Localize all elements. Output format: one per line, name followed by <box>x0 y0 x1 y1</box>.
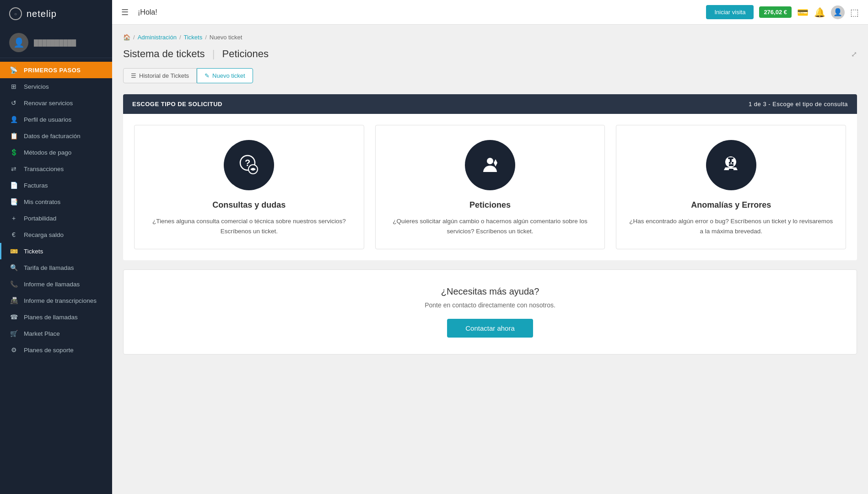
sidebar-item-market-place[interactable]: 🛒Market Place <box>0 325 112 342</box>
logout-icon[interactable]: ⬚ <box>850 7 859 18</box>
page-header: Sistema de tickets | Peticiones ⤢ <box>123 48 857 60</box>
bell-icon[interactable]: 🔔 <box>814 7 825 18</box>
nav-label: Facturas <box>24 182 48 189</box>
topbar: ☰ ¡Hola! Iniciar visita 276,02 € 💳 🔔 👤 ⬚… <box>112 0 868 25</box>
help-section: ¿Necesitas más ayuda? Ponte en contacto … <box>123 269 857 354</box>
logo-text: netelip <box>27 9 57 19</box>
svg-rect-10 <box>729 169 733 172</box>
contact-button[interactable]: Contactar ahora <box>447 319 533 338</box>
home-icon[interactable]: 🏠 <box>123 34 130 41</box>
sidebar-item-facturas[interactable]: 📄Facturas <box>0 177 112 193</box>
nav-label: Tickets <box>24 248 43 255</box>
card-icon[interactable]: 💳 <box>797 7 809 18</box>
svg-rect-9 <box>729 164 733 166</box>
nav-label: PRIMEROS PASOS <box>24 67 81 74</box>
avatar: 👤 <box>9 33 28 52</box>
greeting: ¡Hola! <box>138 8 699 16</box>
nav-icon: 👤 <box>9 116 18 123</box>
svg-rect-5 <box>728 157 733 159</box>
nav-icon: 📋 <box>9 132 18 140</box>
sidebar-item-perfil-de-usuarios[interactable]: 👤Perfil de usuarios <box>0 111 112 128</box>
nav-label: Planes de llamadas <box>24 314 78 321</box>
sidebar-item-planes-de-soporte[interactable]: ⚙Planes de soporte <box>0 342 112 358</box>
iniciar-visita-button[interactable]: Iniciar visita <box>706 5 754 19</box>
breadcrumb-admin[interactable]: Administración <box>138 34 177 41</box>
nav-icon: ⊞ <box>9 83 18 90</box>
consultas-icon: ? <box>224 140 274 190</box>
sidebar: ○ netelip 👤 ██████████ 📡PRIMEROS PASOS⊞S… <box>0 0 112 494</box>
nav-icon: 🛒 <box>9 330 18 337</box>
nav-label: Planes de soporte <box>24 347 74 354</box>
cards-container: ? Consultas y dudas ¿Tienes alguna consu… <box>123 114 857 260</box>
anomalias-desc: ¿Has encontrado algún error o bug? Escrí… <box>627 216 835 236</box>
ticket-type-section: ESCOGE TIPO DE SOLICITUD 1 de 3 - Escoge… <box>123 94 857 260</box>
sidebar-item-primeros-pasos[interactable]: 📡PRIMEROS PASOS <box>0 62 112 78</box>
sidebar-nav: 📡PRIMEROS PASOS⊞Servicios↺Renovar servic… <box>0 58 112 494</box>
breadcrumb: 🏠 / Administración / Tickets / Nuevo tic… <box>123 34 857 41</box>
page-title: Sistema de tickets | Peticiones <box>123 48 269 60</box>
breadcrumb-current: Nuevo ticket <box>210 34 243 41</box>
menu-icon[interactable]: ☰ <box>121 7 129 17</box>
nav-label: Tarifa de llamadas <box>24 264 74 271</box>
svg-rect-8 <box>732 162 733 164</box>
card-peticiones[interactable]: Peticiones ¿Quieres solicitar algún camb… <box>375 125 605 249</box>
sidebar-item-renovar-servicios[interactable]: ↺Renovar servicios <box>0 95 112 111</box>
sidebar-item-informe-de-llamadas[interactable]: 📞Informe de llamadas <box>0 276 112 292</box>
nav-label: Servicios <box>24 83 49 90</box>
peticiones-desc: ¿Quieres solicitar algún cambio o hacern… <box>387 216 594 236</box>
nav-label: Renovar servicios <box>24 100 73 107</box>
peticiones-icon <box>465 140 515 190</box>
card-consultas[interactable]: ? Consultas y dudas ¿Tienes alguna consu… <box>134 125 364 249</box>
logo: ○ netelip <box>0 0 112 27</box>
tab-bar: ☰ Historial de Tickets ✎ Nuevo ticket <box>123 68 857 83</box>
logo-icon: ○ <box>9 7 22 20</box>
nav-icon: ↺ <box>9 99 18 107</box>
nav-label: Mis contratos <box>24 199 60 205</box>
nav-label: Portabilidad <box>24 215 56 222</box>
nav-icon: 🔍 <box>9 264 18 271</box>
sidebar-item-mis-contratos[interactable]: 📑Mis contratos <box>0 193 112 210</box>
svg-rect-6 <box>730 159 732 162</box>
nav-label: Market Place <box>24 330 60 337</box>
sidebar-item-datos-de-facturación[interactable]: 📋Datos de facturación <box>0 128 112 144</box>
pencil-icon: ✎ <box>205 72 210 79</box>
nav-label: Informe de transcripciones <box>24 297 97 304</box>
tab-nuevo-ticket[interactable]: ✎ Nuevo ticket <box>197 68 253 83</box>
help-title: ¿Necesitas más ayuda? <box>135 286 846 297</box>
nav-icon: ⚙ <box>9 346 18 354</box>
list-icon: ☰ <box>131 72 136 79</box>
sidebar-item-planes-de-llamadas[interactable]: ☎Planes de llamadas <box>0 309 112 325</box>
nav-icon: 📄 <box>9 182 18 189</box>
nav-icon: ⇄ <box>9 165 18 172</box>
nav-icon: 📞 <box>9 280 18 288</box>
sidebar-item-tickets[interactable]: 🎫Tickets <box>0 243 112 259</box>
card-anomalias[interactable]: Anomalías y Errores ¿Has encontrado algú… <box>616 125 846 249</box>
sidebar-item-informe-de-transcripciones[interactable]: 📠Informe de transcripciones <box>0 292 112 309</box>
consultas-desc: ¿Tienes alguna consulta comercial o técn… <box>146 216 353 236</box>
sidebar-item-servicios[interactable]: ⊞Servicios <box>0 78 112 95</box>
svg-rect-7 <box>729 162 731 164</box>
expand-icon[interactable]: ⤢ <box>851 50 857 59</box>
nav-icon: 📠 <box>9 297 18 304</box>
content-area: 🏠 / Administración / Tickets / Nuevo tic… <box>112 25 868 494</box>
nav-label: Informe de llamadas <box>24 281 80 288</box>
nav-icon: 💲 <box>9 149 18 156</box>
anomalias-icon <box>706 140 756 190</box>
sidebar-item-tarifa-de-llamadas[interactable]: 🔍Tarifa de llamadas <box>0 259 112 276</box>
sidebar-item-métodos-de-pago[interactable]: 💲Métodos de pago <box>0 144 112 161</box>
user-avatar[interactable]: 👤 <box>831 5 845 19</box>
topbar-actions: Iniciar visita 276,02 € 💳 🔔 👤 ⬚ <box>706 5 859 19</box>
nav-icon: 🎫 <box>9 247 18 255</box>
sidebar-item-portabilidad[interactable]: +Portabilidad <box>0 210 112 226</box>
breadcrumb-tickets[interactable]: Tickets <box>184 34 203 41</box>
user-name: ██████████ <box>34 39 76 46</box>
nav-label: Métodos de pago <box>24 149 71 156</box>
sidebar-item-transacciones[interactable]: ⇄Transacciones <box>0 161 112 177</box>
anomalias-title: Anomalías y Errores <box>691 200 771 210</box>
nav-label: Recarga saldo <box>24 231 64 238</box>
tab-historial[interactable]: ☰ Historial de Tickets <box>123 68 197 83</box>
svg-point-3 <box>487 158 493 164</box>
section-step: 1 de 3 - Escoge el tipo de consulta <box>749 101 848 107</box>
sidebar-item-recarga-saldo[interactable]: €Recarga saldo <box>0 226 112 243</box>
nav-label: Perfil de usuarios <box>24 116 71 123</box>
